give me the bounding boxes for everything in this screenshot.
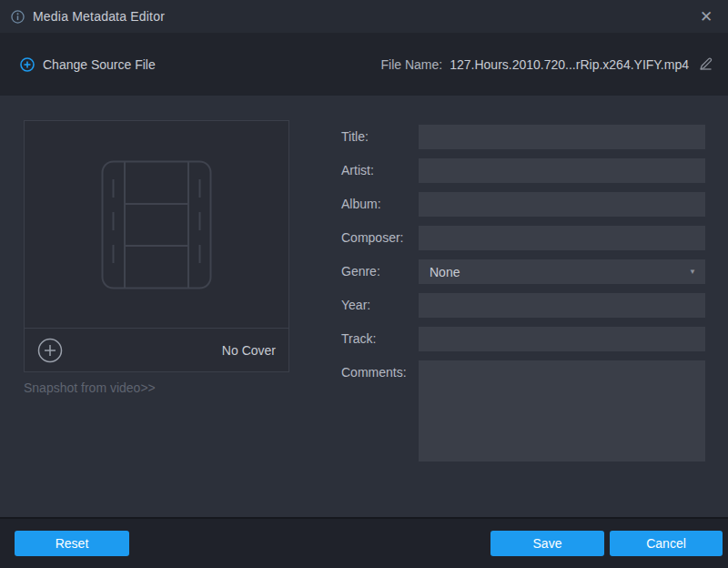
form-row: Album: [341,192,705,217]
no-cover-row: No Cover [25,328,288,371]
title-label: Title: [341,125,419,149]
track-label: Track: [341,327,419,351]
title-input[interactable] [419,125,705,149]
genre-selected-value: None [430,265,460,279]
form-row: Artist: [341,158,705,183]
album-input[interactable] [419,192,705,217]
filmstrip-icon [101,160,212,289]
form-row: Year: [341,293,705,318]
comments-textarea[interactable] [419,360,705,462]
bottom-bar: Reset Save Cancel [0,517,728,568]
form-row: Comments: [341,360,705,462]
media-metadata-editor-dialog: Media Metadata Editor ✕ Change Source Fi… [0,0,728,568]
genre-select[interactable]: None ▼ [419,259,705,284]
cover-panel: No Cover [24,120,289,372]
album-label: Album: [341,192,419,217]
file-name-label: File Name: [381,57,443,72]
info-icon [11,10,25,24]
cover-preview [25,121,288,328]
reset-button[interactable]: Reset [15,531,129,556]
composer-input[interactable] [419,226,705,250]
change-source-file-button[interactable]: Change Source File [20,57,156,72]
change-source-file-label: Change Source File [43,57,156,72]
add-cover-icon[interactable] [37,338,63,363]
composer-label: Composer: [341,226,419,250]
snapshot-from-video-link[interactable]: Snapshot from video>> [24,380,156,395]
titlebar: Media Metadata Editor ✕ [0,0,728,33]
chevron-down-icon: ▼ [689,268,696,276]
comments-label: Comments: [341,360,419,462]
main-content: No Cover Snapshot from video>> Title: Ar… [0,96,728,517]
form-row: Composer: [341,226,705,250]
artist-label: Artist: [341,158,419,183]
edit-pencil-icon[interactable] [698,56,713,72]
year-input[interactable] [419,293,705,318]
header-band: Change Source File File Name: 127.Hours.… [0,33,728,96]
track-input[interactable] [419,327,705,351]
plus-circle-icon [20,57,35,72]
form-row: Title: [341,125,705,149]
metadata-form: Title: Artist: Album: Composer: Genre: N… [341,125,705,471]
save-button[interactable]: Save [490,531,604,556]
genre-label: Genre: [341,259,419,284]
close-icon[interactable]: ✕ [695,5,717,27]
form-row: Track: [341,327,705,351]
file-name-value: 127.Hours.2010.720...rRip.x264.YIFY.mp4 [450,57,689,72]
filename-group: File Name: 127.Hours.2010.720...rRip.x26… [381,56,713,72]
year-label: Year: [341,293,419,318]
dialog-title: Media Metadata Editor [33,9,165,24]
artist-input[interactable] [419,158,705,183]
form-row: Genre: None ▼ [341,259,705,284]
no-cover-label: No Cover [222,343,276,358]
cancel-button[interactable]: Cancel [610,531,723,556]
